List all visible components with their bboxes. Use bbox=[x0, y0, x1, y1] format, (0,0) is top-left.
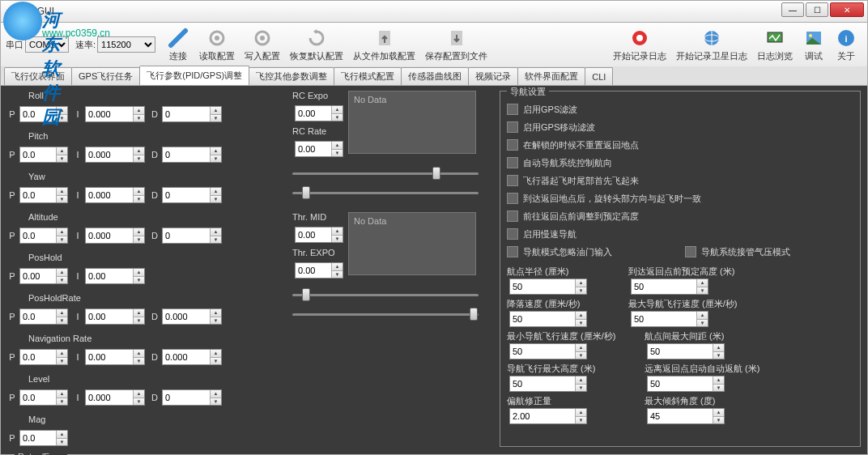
nav-p9-input[interactable]: ▲▼ bbox=[509, 408, 587, 424]
nav-p2-input[interactable]: ▲▼ bbox=[631, 279, 708, 295]
nav-p5-input[interactable]: ▲▼ bbox=[509, 343, 587, 359]
file-down-icon bbox=[445, 27, 468, 49]
nav-opt-7-checkbox[interactable] bbox=[507, 228, 518, 240]
pid-poshold-i[interactable]: ▲▼ bbox=[85, 268, 145, 284]
nav-opt-2-checkbox[interactable] bbox=[507, 139, 518, 151]
nav-opt-baro-mode-checkbox[interactable] bbox=[685, 246, 696, 257]
savefile-button[interactable]: 保存配置到文件 bbox=[420, 24, 492, 65]
nav-p10-input[interactable]: ▲▼ bbox=[647, 408, 725, 424]
read-button[interactable]: 读取配置 bbox=[194, 24, 240, 65]
nav-p1-input[interactable]: ▲▼ bbox=[509, 279, 587, 295]
startlog-button[interactable]: 开始记录日志 bbox=[608, 24, 671, 65]
window-title: WinGUI bbox=[20, 6, 54, 17]
nav-p6-input[interactable]: ▲▼ bbox=[647, 343, 725, 359]
nav-opt-5-checkbox[interactable] bbox=[507, 193, 518, 204]
connect-button[interactable]: 连接 bbox=[162, 24, 194, 65]
pid-alt-p[interactable]: ▲▼ bbox=[19, 228, 68, 244]
rc-rate-input[interactable]: ▲▼ bbox=[295, 141, 343, 157]
pid-mag-label: Mag bbox=[28, 415, 283, 426]
port-label: 串口 bbox=[6, 39, 23, 51]
thr-mid-label: Thr. MID bbox=[292, 212, 343, 222]
pid-roll-i[interactable]: ▲▼ bbox=[85, 106, 145, 122]
nav-opt-6-label: 前往返回点前调整到预定高度 bbox=[523, 210, 639, 223]
nav-opt-6-checkbox[interactable] bbox=[507, 210, 518, 222]
thr-mid-input[interactable]: ▲▼ bbox=[295, 227, 343, 243]
thr-expo-label: Thr. EXPO bbox=[292, 248, 343, 257]
pid-poshold-p[interactable]: ▲▼ bbox=[19, 268, 68, 284]
maximize-button[interactable]: ☐ bbox=[806, 2, 828, 17]
nav-opt-0-checkbox[interactable] bbox=[507, 104, 518, 115]
thr-expo-slider[interactable] bbox=[292, 306, 479, 322]
nav-p10-label: 最大倾斜角度 (度) bbox=[645, 395, 766, 408]
pid-alt-i[interactable]: ▲▼ bbox=[85, 228, 145, 244]
pid-navrate-p[interactable]: ▲▼ bbox=[19, 349, 68, 365]
pid-yaw-i[interactable]: ▲▼ bbox=[85, 187, 145, 203]
pid-level-d[interactable]: ▲▼ bbox=[162, 389, 222, 406]
loadfile-button[interactable]: 从文件加载配置 bbox=[348, 24, 420, 65]
thr-mid-slider[interactable] bbox=[292, 287, 479, 303]
pid-navrate-d[interactable]: ▲▼ bbox=[162, 349, 222, 365]
image-icon bbox=[802, 27, 825, 49]
pid-roll-d[interactable]: ▲▼ bbox=[162, 106, 222, 122]
rc-expo-input[interactable]: ▲▼ bbox=[295, 105, 343, 121]
restore-button[interactable]: 恢复默认配置 bbox=[285, 24, 348, 65]
nav-opt-4-label: 飞行器起飞时尾部首先飞起来 bbox=[523, 175, 639, 187]
baud-select[interactable]: 115200 bbox=[97, 36, 155, 53]
rc-rate-slider[interactable] bbox=[292, 185, 479, 201]
pid-yaw-p[interactable]: ▲▼ bbox=[19, 187, 68, 203]
pid-mag-p[interactable]: ▲▼ bbox=[19, 430, 68, 446]
nav-opt-4-checkbox[interactable] bbox=[507, 175, 518, 186]
startgps-button[interactable]: 开始记录卫星日志 bbox=[671, 24, 752, 65]
nav-opt-1-label: 启用GPS移动滤波 bbox=[523, 121, 595, 134]
nav-opt-ignore-throttle-checkbox[interactable] bbox=[507, 246, 518, 257]
write-button[interactable]: 写入配置 bbox=[240, 24, 285, 65]
nav-p4-input[interactable]: ▲▼ bbox=[631, 311, 708, 327]
rc-expo-slider[interactable] bbox=[292, 165, 479, 181]
pid-alt-label: Altitude bbox=[28, 212, 283, 223]
nav-opt-5-label: 到达返回地点后，旋转头部方向与起飞时一致 bbox=[523, 193, 701, 205]
pid-pitch-p[interactable]: ▲▼ bbox=[19, 147, 68, 163]
close-button[interactable]: ✕ bbox=[830, 2, 864, 17]
tab-sensor-curves[interactable]: 传感器曲线图 bbox=[401, 67, 469, 85]
nav-opt-1-checkbox[interactable] bbox=[507, 121, 518, 133]
svg-point-3 bbox=[260, 36, 265, 40]
tab-instruments[interactable]: 飞行仪表界面 bbox=[4, 67, 72, 85]
pid-pitch-i[interactable]: ▲▼ bbox=[85, 147, 145, 163]
nav-p3-input[interactable]: ▲▼ bbox=[509, 311, 587, 327]
record-icon bbox=[628, 27, 651, 49]
pid-yaw-d[interactable]: ▲▼ bbox=[162, 187, 222, 203]
nav-p8-input[interactable]: ▲▼ bbox=[647, 376, 725, 392]
pid-posholdrate-i[interactable]: ▲▼ bbox=[85, 308, 145, 325]
pid-alt-d[interactable]: ▲▼ bbox=[162, 228, 222, 244]
nav-p7-input[interactable]: ▲▼ bbox=[509, 376, 587, 392]
tab-pid-gps[interactable]: 飞行参数(PID/GPS)调整 bbox=[139, 66, 249, 85]
nav-opt-3-checkbox[interactable] bbox=[507, 157, 518, 168]
pid-navrate-i[interactable]: ▲▼ bbox=[85, 349, 145, 365]
pid-level-i[interactable]: ▲▼ bbox=[85, 389, 145, 406]
nav-p4-label: 最大导航飞行速度 (厘米/秒) bbox=[628, 298, 766, 311]
nav-opt-7-label: 启用慢速导航 bbox=[523, 228, 577, 240]
tab-flight-modes[interactable]: 飞行模式配置 bbox=[334, 67, 402, 85]
tab-gps-mission[interactable]: GPS飞行任务 bbox=[71, 67, 140, 85]
port-select[interactable]: COM1 bbox=[25, 36, 69, 53]
pid-pitch-d[interactable]: ▲▼ bbox=[162, 147, 222, 163]
svg-point-7 bbox=[636, 35, 643, 41]
debug-button[interactable]: 调试 bbox=[798, 24, 830, 65]
about-button[interactable]: i关于 bbox=[830, 24, 862, 65]
tab-cli[interactable]: CLI bbox=[585, 67, 613, 85]
thr-expo-input[interactable]: ▲▼ bbox=[295, 262, 343, 279]
tab-video[interactable]: 视频记录 bbox=[468, 67, 518, 85]
pid-posholdrate-p[interactable]: ▲▼ bbox=[19, 308, 68, 325]
titlebar: ◨ WinGUI — ☐ ✕ bbox=[0, 0, 868, 23]
nav-p2-label: 到达返回点前预定高度 (米) bbox=[628, 266, 766, 279]
tab-other-params[interactable]: 飞控其他参数调整 bbox=[249, 67, 334, 85]
logview-button[interactable]: 日志浏览 bbox=[752, 24, 798, 65]
minimize-button[interactable]: — bbox=[781, 2, 804, 17]
pid-level-label: Level bbox=[28, 374, 283, 385]
nav-p3-label: 降落速度 (厘米/秒) bbox=[507, 298, 628, 311]
tab-ui-config[interactable]: 软件界面配置 bbox=[517, 67, 585, 85]
pid-roll-p[interactable]: ▲▼ bbox=[19, 106, 68, 122]
svg-rect-10 bbox=[768, 32, 782, 42]
pid-posholdrate-d[interactable]: ▲▼ bbox=[162, 308, 222, 325]
pid-level-p[interactable]: ▲▼ bbox=[19, 389, 68, 406]
